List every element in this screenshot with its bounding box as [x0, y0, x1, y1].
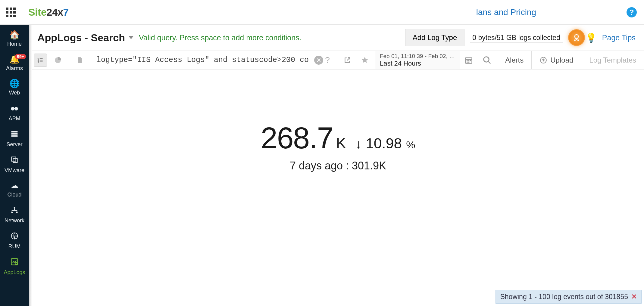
plans-pricing-link[interactable]: lans and Pricing: [476, 8, 536, 17]
metric-subline: 7 days ago : 301.9K: [290, 159, 386, 172]
binoculars-icon: [10, 104, 19, 114]
sidebar-item-label: Cloud: [7, 192, 21, 198]
sidebar-item-web[interactable]: 🌐 Web: [0, 76, 29, 100]
svg-rect-4: [11, 133, 18, 135]
list-view-icon[interactable]: [34, 54, 47, 67]
cloud-icon: ☁: [10, 181, 19, 190]
sidebar-item-label: VMware: [5, 167, 24, 174]
sidebar-item-label: AppLogs: [4, 269, 25, 276]
svg-rect-26: [470, 60, 471, 61]
network-icon: [10, 206, 19, 216]
server-icon: [10, 130, 19, 140]
award-badge-icon[interactable]: [568, 29, 585, 46]
svg-rect-25: [468, 60, 470, 61]
svg-rect-27: [467, 61, 468, 63]
alerts-label: Alerts: [505, 56, 524, 64]
date-range-picker[interactable]: Feb 01, 11:10:39 - Feb 02, 1… Last 24 Ho…: [376, 51, 460, 69]
share-icon[interactable]: [341, 54, 354, 67]
trend-down-icon: ↓: [355, 137, 361, 151]
sidebar-item-label: APM: [8, 116, 20, 122]
logo[interactable]: Site24x7: [28, 6, 69, 18]
sidebar-item-alarms[interactable]: 🔔 99+ Alarms: [0, 51, 29, 76]
stack-icon: [10, 156, 19, 165]
svg-rect-8: [14, 207, 15, 209]
metric-unit: K: [336, 134, 346, 152]
rum-icon: [10, 232, 19, 242]
sidebar-item-server[interactable]: Server: [0, 126, 29, 152]
query-toolbar: ✕ ? Feb 01, 11:10:39 - Feb 02, 1… Last 2…: [32, 51, 644, 70]
bulb-icon: 💡: [586, 32, 597, 43]
query-help-icon[interactable]: ?: [325, 55, 330, 65]
date-range-preset: Last 24 Hours: [380, 60, 456, 67]
sidebar-item-label: Home: [7, 41, 22, 47]
svg-rect-10: [16, 212, 18, 213]
clear-query-icon[interactable]: ✕: [314, 56, 323, 65]
metric-area: 268.7 K ↓ 10.98 % 7 days ago : 301.9K: [32, 70, 644, 306]
metric-pct-sign: %: [406, 139, 415, 151]
add-log-type-button[interactable]: Add Log Type: [405, 29, 465, 46]
status-text: Showing 1 - 100 log events out of 301855: [500, 293, 628, 301]
logs-collected-meter: 0 bytes/51 GB logs collected: [470, 33, 563, 42]
page-tips-link[interactable]: Page Tips: [602, 33, 636, 42]
sidebar-item-network[interactable]: Network: [0, 202, 29, 228]
upload-label: Upload: [550, 56, 573, 64]
svg-rect-2: [14, 108, 15, 109]
sidebar-item-vmware[interactable]: VMware: [0, 152, 29, 178]
svg-point-12: [14, 236, 17, 239]
star-icon[interactable]: [358, 54, 371, 67]
sidebar-item-label: Web: [9, 90, 20, 96]
log-templates-label: Log Templates: [589, 56, 636, 64]
svg-rect-28: [468, 61, 470, 63]
svg-point-16: [38, 58, 39, 59]
document-icon[interactable]: [73, 54, 86, 67]
metric-row: 268.7 K ↓ 10.98 %: [261, 121, 415, 155]
sidebar-item-label: Server: [6, 141, 22, 148]
svg-point-18: [38, 60, 39, 60]
apps-grid-icon[interactable]: [5, 7, 16, 18]
status-pill: Showing 1 - 100 log events out of 301855…: [496, 290, 642, 304]
sub-header: AppLogs - Search Valid query. Press spac…: [32, 25, 644, 51]
svg-point-29: [484, 57, 489, 62]
sidebar-item-label: Alarms: [6, 65, 23, 72]
alarm-badge: 99+: [15, 54, 26, 59]
sidebar-item-home[interactable]: 🏠 Home: [0, 27, 29, 51]
upload-tab[interactable]: Upload: [532, 51, 581, 69]
close-icon[interactable]: ✕: [631, 292, 637, 301]
main-content: AppLogs - Search Valid query. Press spac…: [32, 25, 644, 306]
top-header: Site24x7 lans and Pricing ?: [0, 0, 644, 25]
svg-rect-5: [11, 135, 18, 137]
log-templates-tab[interactable]: Log Templates: [581, 51, 644, 69]
calendar-icon[interactable]: [460, 51, 477, 69]
sidebar-item-rum[interactable]: RUM: [0, 228, 29, 254]
date-range-value: Feb 01, 11:10:39 - Feb 02, 1…: [380, 53, 455, 60]
page-title: AppLogs - Search: [37, 32, 125, 44]
svg-rect-24: [467, 60, 468, 61]
svg-rect-9: [11, 212, 13, 213]
logo-part-site: Site: [28, 6, 46, 18]
svg-rect-3: [11, 131, 18, 133]
sidebar-item-cloud[interactable]: ☁ Cloud: [0, 178, 29, 202]
alerts-tab[interactable]: Alerts: [497, 51, 532, 69]
sidebar-item-apm[interactable]: APM: [0, 100, 29, 126]
svg-line-30: [488, 61, 491, 63]
logo-part-24x: 24x: [46, 6, 63, 18]
svg-rect-6: [12, 157, 16, 161]
applogs-icon: [10, 258, 19, 267]
svg-point-20: [38, 61, 39, 62]
sidebar: 🏠 Home 🔔 99+ Alarms 🌐 Web APM Server VMw…: [0, 25, 29, 306]
globe-icon: 🌐: [9, 79, 20, 88]
sidebar-item-label: RUM: [8, 243, 21, 250]
metric-pct: 10.98: [366, 135, 402, 152]
query-input[interactable]: [91, 51, 314, 69]
home-icon: 🏠: [9, 31, 20, 39]
run-search-icon[interactable]: [477, 51, 497, 69]
page-title-dropdown[interactable]: AppLogs - Search: [37, 32, 133, 44]
help-icon[interactable]: ?: [627, 7, 637, 17]
pie-chart-icon[interactable]: [51, 54, 64, 67]
chevron-down-icon: [129, 36, 133, 39]
metric-value: 268.7: [261, 121, 333, 155]
query-status-text: Valid query. Press space to add more con…: [139, 33, 302, 42]
svg-rect-7: [13, 158, 17, 162]
sidebar-item-label: Network: [5, 218, 24, 224]
sidebar-item-applogs[interactable]: AppLogs: [0, 254, 29, 280]
